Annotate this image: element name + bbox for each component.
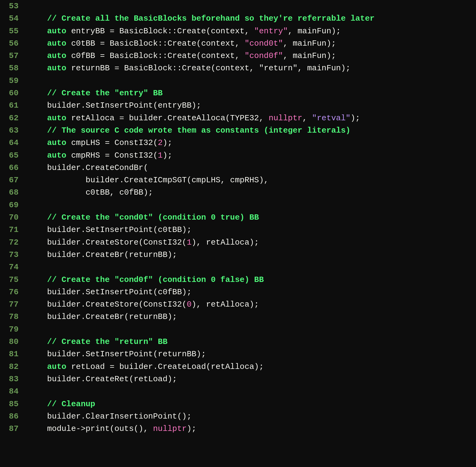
code-token: builder.CreateCondBr( — [47, 163, 148, 172]
line-number: 55 — [0, 25, 25, 37]
line-content: // Create the "cond0f" (condition 0 fals… — [25, 274, 476, 286]
code-line: 69 — [0, 199, 476, 211]
code-token: , mainFun); — [283, 39, 336, 48]
code-token: module->print(outs(), — [47, 424, 153, 433]
code-line: 62 auto retAlloca = builder.CreateAlloca… — [0, 112, 476, 124]
line-number: 69 — [0, 199, 25, 211]
code-token: 1 — [158, 151, 163, 160]
line-number: 84 — [0, 385, 25, 398]
code-line: 78 builder.CreateBr(returnBB); — [0, 311, 476, 323]
code-token: // Create the "cond0t" (condition 0 true… — [47, 213, 259, 222]
code-token: // Create the "cond0f" (condition 0 fals… — [47, 275, 264, 284]
line-number: 64 — [0, 137, 25, 149]
line-number: 77 — [0, 298, 25, 311]
line-content: auto entryBB = BasicBlock::Create(contex… — [25, 25, 476, 37]
code-line: 82 auto retLoad = builder.CreateLoad(ret… — [0, 361, 476, 373]
line-number: 87 — [0, 423, 25, 435]
line-content: // Create the "cond0t" (condition 0 true… — [25, 211, 476, 224]
code-token — [28, 412, 47, 421]
code-token: ); — [350, 114, 360, 123]
line-content — [25, 261, 476, 273]
code-token: // Create the "entry" BB — [47, 89, 162, 98]
line-content: builder.CreateICmpSGT(cmpLHS, cmpRHS), — [25, 174, 476, 186]
code-line: 86 builder.ClearInsertionPoint(); — [0, 410, 476, 423]
line-content — [25, 199, 476, 211]
code-token: 0 — [187, 300, 192, 309]
code-token: // Create the "return" BB — [47, 337, 167, 346]
code-line: 57 auto c0fBB = BasicBlock::Create(conte… — [0, 50, 476, 62]
code-token — [28, 176, 86, 185]
code-line: 79 — [0, 323, 476, 336]
code-token — [28, 101, 47, 110]
line-number: 81 — [0, 348, 25, 360]
code-token: builder.ClearInsertionPoint(); — [47, 412, 191, 421]
line-content: auto c0tBB = BasicBlock::Create(context,… — [25, 37, 476, 50]
line-content: builder.SetInsertPoint(c0fBB); — [25, 286, 476, 298]
code-line: 73 builder.CreateBr(returnBB); — [0, 249, 476, 261]
code-line: 77 builder.CreateStore(ConstI32(0), retA… — [0, 298, 476, 311]
code-token — [28, 188, 86, 197]
code-token: cmpLHS = ConstI32( — [66, 138, 158, 147]
line-number: 82 — [0, 361, 25, 373]
line-content: // Create the "entry" BB — [25, 87, 476, 99]
code-line: 68 c0tBB, c0fBB); — [0, 186, 476, 199]
line-content — [25, 0, 476, 12]
code-line: 80 // Create the "return" BB — [0, 336, 476, 348]
code-token: cmpRHS = ConstI32( — [66, 151, 158, 160]
code-token — [28, 27, 47, 36]
line-number: 58 — [0, 62, 25, 74]
code-token: c0fBB = BasicBlock::Create(context, — [66, 51, 244, 60]
code-token — [28, 424, 47, 433]
line-content: auto c0fBB = BasicBlock::Create(context,… — [25, 50, 476, 62]
code-line: 76 builder.SetInsertPoint(c0fBB); — [0, 286, 476, 298]
code-token: nullptr — [269, 114, 302, 123]
line-content — [25, 323, 476, 336]
code-line: 85 // Cleanup — [0, 398, 476, 410]
code-line: 84 — [0, 385, 476, 398]
code-token: , mainFun); — [283, 51, 336, 60]
code-line: 83 builder.CreateRet(retLoad); — [0, 373, 476, 385]
code-token — [28, 151, 47, 160]
code-token: retAlloca = builder.CreateAlloca(TYPE32, — [66, 114, 269, 123]
code-token — [28, 238, 47, 247]
code-token: "cond0t" — [244, 39, 283, 48]
code-line: 53 — [0, 0, 476, 12]
code-line: 59 — [0, 75, 476, 87]
line-number: 66 — [0, 162, 25, 174]
code-token: c0tBB = BasicBlock::Create(context, — [66, 39, 244, 48]
code-token: "entry" — [254, 27, 288, 36]
code-token — [28, 374, 47, 384]
line-number: 54 — [0, 12, 25, 25]
line-number: 85 — [0, 398, 25, 410]
line-content: c0tBB, c0fBB); — [25, 186, 476, 199]
code-token — [28, 51, 47, 60]
code-token — [28, 337, 47, 346]
code-token — [28, 89, 47, 98]
line-content: module->print(outs(), nullptr); — [25, 423, 476, 435]
code-token: builder.CreateICmpSGT(cmpLHS, cmpRHS), — [86, 176, 269, 185]
line-content: auto cmpLHS = ConstI32(2); — [25, 137, 476, 149]
code-token: entryBB = BasicBlock::Create(context, — [66, 27, 254, 36]
code-token: builder.CreateBr(returnBB); — [47, 250, 177, 259]
code-token — [28, 225, 47, 234]
code-token: ), retAlloca); — [192, 300, 259, 309]
code-line: 58 auto returnBB = BasicBlock::Create(co… — [0, 62, 476, 74]
line-number: 86 — [0, 410, 25, 423]
code-token: , mainFun); — [298, 64, 351, 73]
code-line: 67 builder.CreateICmpSGT(cmpLHS, cmpRHS)… — [0, 174, 476, 186]
code-token: builder.SetInsertPoint(c0fBB); — [47, 287, 191, 297]
line-number: 74 — [0, 261, 25, 273]
line-number: 72 — [0, 236, 25, 249]
code-line: 75 // Create the "cond0f" (condition 0 f… — [0, 274, 476, 286]
code-token: auto — [47, 138, 66, 147]
code-token: ); — [163, 138, 172, 147]
code-line: 71 builder.SetInsertPoint(c0tBB); — [0, 224, 476, 236]
line-content: auto retLoad = builder.CreateLoad(retAll… — [25, 361, 476, 373]
code-token: auto — [47, 151, 66, 160]
code-line: 66 builder.CreateCondBr( — [0, 162, 476, 174]
line-content: builder.CreateStore(ConstI32(1), retAllo… — [25, 236, 476, 249]
line-content: builder.CreateCondBr( — [25, 162, 476, 174]
code-token: ); — [187, 424, 196, 433]
code-token — [28, 300, 47, 309]
code-line: 56 auto c0tBB = BasicBlock::Create(conte… — [0, 37, 476, 50]
